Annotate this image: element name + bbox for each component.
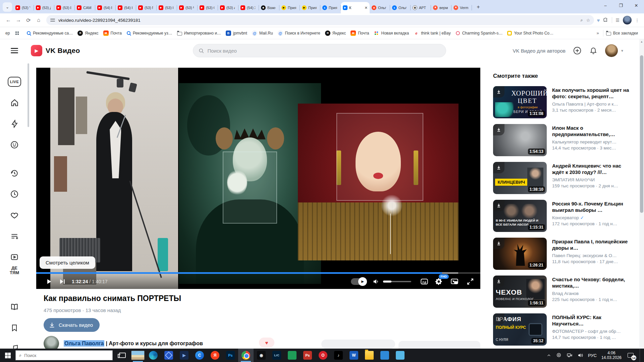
browser-tab[interactable]: ▶ (54) Н [116, 2, 136, 13]
action-chip[interactable] [321, 340, 395, 349]
browser-tab[interactable]: ▶ (54) Х [238, 2, 259, 13]
bookmark-item[interactable]: Charming Spanish-s… [453, 29, 505, 37]
video-thumbnail[interactable]: 1:26:21 [493, 238, 547, 270]
suggested-video[interactable]: 1:54:13 Илон Маск о предпринимательстве,… [493, 124, 634, 156]
browser-tab[interactable]: ▶ (54) Р [95, 2, 116, 13]
site-info-icon[interactable] [50, 18, 55, 22]
video-thumbnail[interactable]: КЛИНЦЕВИЧ 1:38:10 [493, 162, 547, 194]
suggested-video[interactable]: КЛИНЦЕВИЧ 1:38:10 Андрей Клинцевич: что … [493, 162, 634, 194]
tray-chevron-up-icon[interactable] [547, 353, 551, 358]
lightroom-classic[interactable]: LrC [269, 349, 284, 362]
reload-button[interactable]: ⟳ [23, 15, 34, 25]
heart-extension-icon[interactable]: ♥ [597, 17, 600, 23]
browser-tab[interactable]: ▶ Прия [279, 2, 300, 13]
bookmark-item[interactable]: Импортировано и… [175, 29, 223, 37]
volume-slider[interactable] [383, 281, 411, 282]
video-thumbnail[interactable]: В 90-Е УБИВАЛИ ЛЮДЕЙ И ВСЕ БЕГАЛИ АБСОЛ…… [493, 200, 547, 232]
camera-app[interactable]: ◉ [254, 349, 269, 362]
bookmark-item[interactable]: @ Поиск в Интернете [276, 29, 322, 37]
suggested-video[interactable]: ХОРОШИЙ ЦВЕТ в фотографии БЕРИ И ДЕЛАЙ 1… [493, 86, 634, 118]
start-button[interactable] [0, 349, 15, 362]
suggested-video[interactable]: 1:26:21 Призрак Павла I, полицейские дво… [493, 238, 634, 270]
notifications-bell-icon[interactable] [589, 46, 598, 55]
forward-button[interactable]: → [13, 15, 23, 25]
suggested-video-title[interactable]: Андрей Клинцевич: что нас ждёт к 2030 го… [552, 163, 634, 175]
autoplay-toggle[interactable]: ▶ [351, 278, 366, 285]
nav-trends[interactable] [7, 117, 21, 131]
browser-tab[interactable]: Я Ольг [370, 2, 390, 13]
task-view[interactable] [115, 349, 130, 362]
upload-plus-icon[interactable] [573, 46, 582, 55]
browser-tab[interactable]: К Прия [320, 2, 341, 13]
photoshop[interactable]: Ps [223, 349, 238, 362]
nav-kids[interactable]: ДЕТЯМ [7, 261, 21, 280]
authors-link[interactable]: VK Видео для авторов [513, 48, 566, 54]
new-tab-button[interactable]: + [474, 3, 483, 11]
suggested-video-title[interactable]: Призрак Павла I, полицейские дворы и… [552, 238, 634, 251]
browser-tab[interactable]: ▶ (53) С [198, 2, 218, 13]
suggested-video-channel[interactable]: Влад Аганов [552, 291, 579, 296]
scroll-up-arrow[interactable]: ▲ [639, 39, 644, 45]
suggested-video-title[interactable]: Счастье по Чехову: бордели, мистика,… [552, 276, 634, 289]
rail-scrollbar[interactable] [28, 63, 29, 127]
extensions-puzzle-icon[interactable] [603, 17, 608, 23]
watch-full-button[interactable]: Смотреть целиком [40, 256, 95, 269]
address-bar[interactable]: vkvideo.ru/video-228921094_456239181 ⌕ ☆ [46, 15, 594, 25]
suggested-video-channel[interactable]: Консерватор [552, 215, 579, 220]
green-app[interactable] [284, 349, 300, 362]
word[interactable]: W [346, 349, 362, 362]
bookmark-item[interactable]: @ Mail.Ru [250, 29, 275, 37]
bookmark-item[interactable]: ✉ Почта [348, 29, 371, 37]
suggested-video[interactable]: ЧЕХОВ ЛОВЕЛАС И ПСИХОЛОГ 1:56:11 Счастье… [493, 276, 634, 308]
page-scrollbar[interactable]: ▲ [639, 39, 644, 349]
action-center-button[interactable]: 14 [626, 351, 635, 360]
subtitles-icon[interactable] [420, 277, 429, 286]
taskbar-search-input[interactable] [24, 353, 109, 358]
photo-viewer[interactable] [130, 349, 146, 362]
browser-tab[interactable]: ▶ (53) К [157, 2, 177, 13]
bookmark-item[interactable]: Я Яндекс [323, 29, 348, 37]
nav-subscriptions[interactable] [7, 321, 21, 335]
pip-icon[interactable] [450, 277, 459, 286]
photos-app[interactable] [161, 349, 176, 362]
show-desktop-strip[interactable] [640, 349, 641, 362]
nav-catalog[interactable] [7, 300, 21, 314]
bookmark-item[interactable]: e think tank | eBay [412, 29, 453, 37]
copilot[interactable]: C [192, 349, 207, 362]
like-reaction-chip[interactable]: ♥ [259, 338, 274, 348]
chrome-browser[interactable] [238, 349, 254, 362]
suggested-video[interactable]: ГРАФИЯ ПОЛНЫЙ КУРС С НУЛЯ 35:12 ПОЛНЫЙ К… [493, 313, 634, 346]
browser-tab[interactable]: ▶ (53) Y [13, 2, 34, 13]
suggested-video-title[interactable]: Илон Маск о предпринимательстве,… [552, 125, 634, 137]
suggested-video-channel[interactable]: ЭМПАТИЯ МАНУЧИ [552, 177, 595, 182]
browser-tab[interactable]: ▶ (53) Д [34, 2, 54, 13]
video-player[interactable]: Смотреть целиком 1:32:24 / 1:40:17 ▶ [36, 68, 480, 289]
url-text[interactable]: vkvideo.ru/video-228921094_456239181 [58, 18, 577, 23]
nav-history[interactable] [7, 166, 21, 180]
video-thumbnail[interactable]: 1:54:13 [493, 124, 547, 156]
browser-tab[interactable]: ▶ Прия [300, 2, 320, 13]
description-panel[interactable] [398, 341, 480, 349]
play-button[interactable] [42, 275, 56, 288]
network-icon[interactable] [567, 352, 573, 358]
suggested-video-title[interactable]: Россия 90-х. Почему Ельцин выиграл выбор… [552, 200, 634, 213]
bookmark-item[interactable]: Рекомендуемые уз… [124, 29, 174, 37]
video-thumbnail[interactable]: ЧЕХОВ ЛОВЕЛАС И ПСИХОЛОГ 1:56:11 [493, 276, 547, 308]
tab-search-button[interactable]: ⌄ [3, 2, 12, 12]
tab-close-icon[interactable]: ✕ [365, 6, 368, 10]
suggested-video-title[interactable]: ПОЛНЫЙ КУРС: Как Научиться… [552, 314, 634, 327]
reading-list-icon[interactable]: ☰ [615, 18, 620, 23]
bookmark-item[interactable]: ✉ Почта [101, 29, 124, 37]
video-thumbnail[interactable]: ХОРОШИЙ ЦВЕТ в фотографии БЕРИ И ДЕЛАЙ 1… [493, 86, 547, 118]
chevron-down-icon[interactable]: ▼ [621, 49, 624, 53]
paint-app[interactable] [392, 349, 408, 362]
maximize-button[interactable]: ❐ [613, 0, 629, 11]
taskbar-clock[interactable]: 4:0614.03.2026 [601, 351, 622, 360]
suggested-video-channel[interactable]: Ольга Паволга | Арт-фото и к… [552, 102, 618, 107]
bookmark-item[interactable] [12, 29, 24, 37]
suggested-video-channel[interactable]: Павел Перец: экскурсии & О… [552, 253, 617, 258]
suggested-video-title[interactable]: Как получить хороший цвет на фото: секре… [552, 87, 634, 100]
suggested-video-channel[interactable]: ФОТОМАСТЕР - софт для обр… [552, 329, 621, 334]
browser-tab[interactable]: ⊕ АРТ [411, 2, 431, 13]
channel-name-suffix[interactable]: | Арт-фото и курсы для фотографов [106, 341, 203, 346]
